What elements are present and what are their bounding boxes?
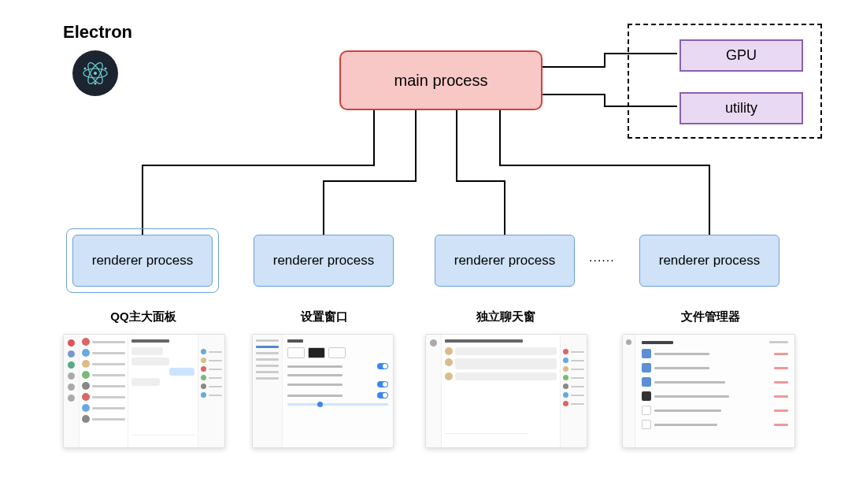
main-process-label: main process — [394, 72, 488, 90]
renderer-label: renderer process — [659, 253, 761, 269]
renderer-process-node: renderer process — [435, 235, 575, 287]
svg-point-6 — [94, 83, 97, 85]
svg-point-4 — [105, 68, 107, 70]
main-process-node: main process — [339, 50, 542, 110]
caption-settings: 设置窗口 — [254, 309, 395, 324]
diagram-title: Electron — [63, 22, 132, 43]
renderer-process-node: renderer process — [639, 235, 779, 287]
gpu-node: GPU — [680, 39, 803, 72]
gpu-label: GPU — [726, 47, 757, 64]
thumbnail-qq-panel — [63, 334, 225, 448]
thumbnail-file-manager — [622, 334, 795, 448]
caption-file-manager: 文件管理器 — [639, 309, 781, 324]
renderer-process-node: renderer process — [72, 235, 213, 287]
renderer-label: renderer process — [454, 253, 556, 269]
renderer-process-node: renderer process — [254, 235, 394, 287]
caption-chat: 独立聊天窗 — [435, 309, 576, 324]
ellipsis: ······ — [589, 254, 615, 268]
renderer-label: renderer process — [92, 253, 194, 269]
svg-point-5 — [84, 68, 87, 70]
caption-qq-panel: QQ主大面板 — [72, 309, 214, 324]
thumbnail-chat — [425, 334, 587, 448]
thumbnail-settings — [252, 334, 394, 448]
utility-node: utility — [680, 92, 803, 124]
utility-label: utility — [725, 100, 757, 117]
thumb-fm-header — [642, 341, 673, 344]
electron-logo-icon — [72, 50, 118, 96]
renderer-label: renderer process — [273, 253, 375, 269]
svg-point-3 — [94, 72, 97, 75]
utility-group-outline: GPU utility — [628, 24, 822, 139]
thumb-settings-header — [287, 339, 303, 343]
